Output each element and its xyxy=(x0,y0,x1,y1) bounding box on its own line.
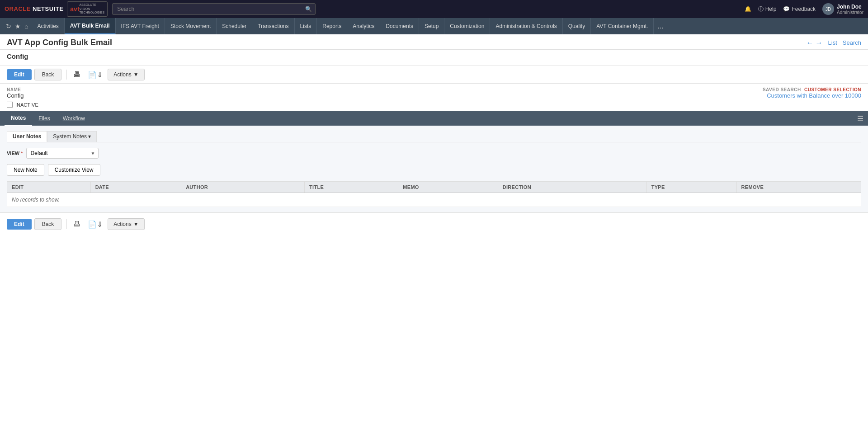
nav-quality[interactable]: Quality xyxy=(563,18,591,34)
tab-workflow[interactable]: Workflow xyxy=(57,111,91,126)
print-button[interactable]: 🖶 xyxy=(71,69,83,80)
next-arrow[interactable]: → xyxy=(816,39,823,47)
bottom-edit-button[interactable]: Edit xyxy=(7,219,32,230)
view-label: VIEW * xyxy=(7,150,23,156)
customer-selection-value: Customers with Balance over 10000 xyxy=(763,92,861,99)
user-role: Administrator xyxy=(837,10,863,15)
nav-scheduler[interactable]: Scheduler xyxy=(217,18,252,34)
help-icon: ⓘ xyxy=(758,5,764,13)
nav-transactions[interactable]: Transactions xyxy=(252,18,294,34)
page-title: AVT App Config Bulk Email xyxy=(7,38,112,47)
tab-files[interactable]: Files xyxy=(32,111,56,126)
actions-chevron-icon: ▼ xyxy=(133,71,139,78)
notes-buttons: New Note Customize View xyxy=(7,164,861,176)
nav-avt-bulk-email[interactable]: AVT Bulk Email xyxy=(65,18,116,34)
record-header: Config xyxy=(0,50,868,66)
bottom-actions-chevron-icon: ▼ xyxy=(133,221,139,227)
oracle-text: ORACLE xyxy=(5,5,31,12)
nav-avt-container[interactable]: AVT Container Mgmt. xyxy=(591,18,654,34)
back-button[interactable]: Back xyxy=(34,69,62,80)
nav-reports[interactable]: Reports xyxy=(317,18,347,34)
system-notes-tab[interactable]: System Notes ▾ xyxy=(47,131,97,142)
notes-content: User Notes System Notes ▾ VIEW * Default… xyxy=(0,126,868,212)
avt-logo: avt ABSOLUTE VISION TECHNOLOGIES xyxy=(67,1,108,16)
oracle-netsuite-logo: ORACLE NETSUITE xyxy=(5,5,63,12)
nav-ifs-avt-freight[interactable]: IFS AVT Freight xyxy=(116,18,165,34)
edit-button[interactable]: Edit xyxy=(7,69,32,80)
col-direction: DIRECTION xyxy=(498,182,646,193)
attach-icon: 📄⇓ xyxy=(88,70,103,79)
avatar: JD xyxy=(822,3,834,15)
main-nav: ↻ ★ ⌂ Activities AVT Bulk Email IFS AVT … xyxy=(0,18,868,34)
favorites-icon[interactable]: ★ xyxy=(15,23,21,30)
col-remove: REMOVE xyxy=(736,182,861,193)
search-input[interactable] xyxy=(112,3,316,15)
notes-table: EDIT DATE AUTHOR TITLE MEMO DIRECTION TY… xyxy=(7,181,861,207)
bottom-actions-button[interactable]: Actions ▼ xyxy=(108,218,144,230)
col-memo: MEMO xyxy=(398,182,498,193)
customer-selection-label: CUSTOMER SELECTION xyxy=(804,87,861,92)
list-link[interactable]: List xyxy=(828,39,837,46)
customize-view-button[interactable]: Customize View xyxy=(48,164,100,176)
user-notes-tabs: User Notes System Notes ▾ xyxy=(7,131,861,142)
home-recent-icon[interactable]: ↻ xyxy=(6,23,11,30)
print-icon: 🖶 xyxy=(73,70,80,79)
inactive-label: INACTIVE xyxy=(15,102,38,108)
user-notes-tab[interactable]: User Notes xyxy=(7,131,47,142)
feedback-icon: 💬 xyxy=(783,6,790,12)
view-select[interactable]: Default xyxy=(26,148,99,159)
home-icon[interactable]: ⌂ xyxy=(24,23,28,30)
nav-analytics[interactable]: Analytics xyxy=(347,18,380,34)
feedback-button[interactable]: 💬 Feedback xyxy=(783,6,816,12)
table-header-row: EDIT DATE AUTHOR TITLE MEMO DIRECTION TY… xyxy=(7,182,861,193)
toolbar: Edit Back 🖶 📄⇓ Actions ▼ xyxy=(0,66,868,84)
search-link[interactable]: Search xyxy=(843,39,861,46)
help-button[interactable]: ⓘ Help xyxy=(758,5,777,13)
col-date: DATE xyxy=(90,182,181,193)
tabs-columns-icon[interactable]: ☰ xyxy=(857,114,863,123)
form-area: NAME Config SAVED SEARCH CUSTOMER SELECT… xyxy=(0,84,868,111)
nav-arrows: ← → xyxy=(807,39,823,47)
name-value: Config xyxy=(7,92,24,99)
nav-activities[interactable]: Activities xyxy=(32,18,64,34)
attach-button[interactable]: 📄⇓ xyxy=(85,69,105,80)
bottom-print-button[interactable]: 🖶 xyxy=(71,219,83,230)
page-header: AVT App Config Bulk Email ← → List Searc… xyxy=(0,34,868,50)
prev-arrow[interactable]: ← xyxy=(807,39,814,47)
table-row: No records to show. xyxy=(7,193,861,207)
bottom-attach-button[interactable]: 📄⇓ xyxy=(85,219,105,230)
bottom-attach-icon: 📄⇓ xyxy=(88,220,103,229)
view-select-wrap: Default ▼ xyxy=(26,148,99,159)
actions-button[interactable]: Actions ▼ xyxy=(108,69,144,80)
toolbar-divider xyxy=(66,70,66,80)
top-bar-right: 🔔 ⓘ Help 💬 Feedback JD John Doe Administ… xyxy=(745,3,863,15)
saved-search-label: SAVED SEARCH xyxy=(763,87,801,92)
logo-area: ORACLE NETSUITE avt ABSOLUTE VISION TECH… xyxy=(5,1,108,16)
nav-more[interactable]: ... xyxy=(654,22,667,30)
netsuite-text: NETSUITE xyxy=(33,5,63,12)
user-info[interactable]: JD John Doe Administrator xyxy=(822,3,863,15)
inactive-checkbox[interactable] xyxy=(7,102,13,108)
nav-documents[interactable]: Documents xyxy=(380,18,419,34)
name-field: NAME Config xyxy=(7,87,24,99)
col-title: TITLE xyxy=(305,182,398,193)
top-bar: ORACLE NETSUITE avt ABSOLUTE VISION TECH… xyxy=(0,0,868,18)
page-header-right: ← → List Search xyxy=(807,39,861,47)
nav-lists[interactable]: Lists xyxy=(295,18,317,34)
user-name: John Doe xyxy=(837,4,863,10)
new-note-button[interactable]: New Note xyxy=(7,164,44,176)
col-edit: EDIT xyxy=(7,182,91,193)
nav-setup[interactable]: Setup xyxy=(419,18,444,34)
global-search: 🔍 xyxy=(112,3,316,15)
nav-stock-movement[interactable]: Stock Movement xyxy=(165,18,217,34)
system-notes-arrow-icon: ▾ xyxy=(88,133,91,140)
nav-customization[interactable]: Customization xyxy=(444,18,490,34)
notifications-button[interactable]: 🔔 xyxy=(745,6,751,12)
search-icon: 🔍 xyxy=(305,6,312,12)
nav-admin-controls[interactable]: Administration & Controls xyxy=(490,18,562,34)
tab-notes[interactable]: Notes xyxy=(5,111,32,126)
nav-icons: ↻ ★ ⌂ xyxy=(2,23,32,30)
avt-sub: ABSOLUTE VISION TECHNOLOGIES xyxy=(80,3,105,14)
user-details: John Doe Administrator xyxy=(837,4,863,15)
bottom-back-button[interactable]: Back xyxy=(34,218,62,230)
